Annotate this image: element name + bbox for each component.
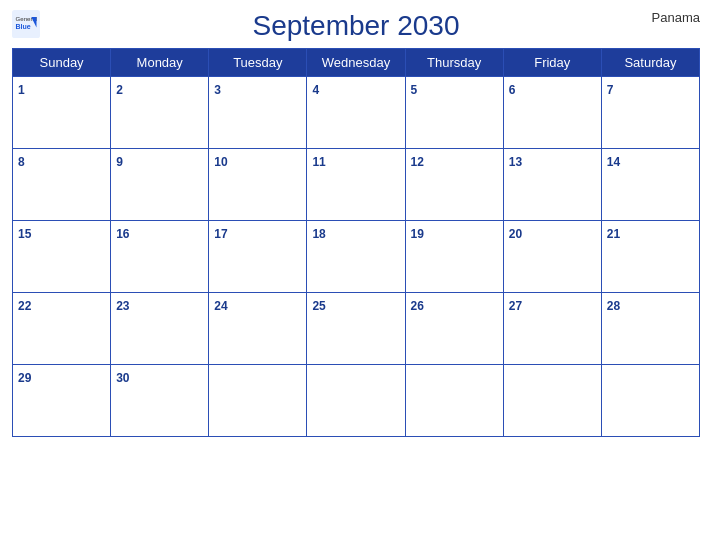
day-cell-14: 14 [601, 149, 699, 221]
week-row-4: 22 23 24 25 26 27 28 [13, 293, 700, 365]
day-cell-2: 2 [111, 77, 209, 149]
header-sunday: Sunday [13, 49, 111, 77]
header-saturday: Saturday [601, 49, 699, 77]
country-label: Panama [652, 10, 700, 25]
day-cell-empty-4 [503, 365, 601, 437]
calendar-title: September 2030 [252, 10, 459, 42]
weekday-header-row: Sunday Monday Tuesday Wednesday Thursday… [13, 49, 700, 77]
week-row-2: 8 9 10 11 12 13 14 [13, 149, 700, 221]
day-cell-27: 27 [503, 293, 601, 365]
week-row-3: 15 16 17 18 19 20 21 [13, 221, 700, 293]
day-cell-3: 3 [209, 77, 307, 149]
day-cell-10: 10 [209, 149, 307, 221]
day-cell-7: 7 [601, 77, 699, 149]
svg-text:Blue: Blue [16, 23, 31, 30]
day-cell-5: 5 [405, 77, 503, 149]
day-cell-21: 21 [601, 221, 699, 293]
day-cell-23: 23 [111, 293, 209, 365]
day-cell-11: 11 [307, 149, 405, 221]
calendar-grid: Sunday Monday Tuesday Wednesday Thursday… [12, 48, 700, 437]
day-cell-20: 20 [503, 221, 601, 293]
calendar-container: General Blue September 2030 Panama Sunda… [0, 0, 712, 550]
day-cell-24: 24 [209, 293, 307, 365]
week-row-1: 1 2 3 4 5 6 7 [13, 77, 700, 149]
day-cell-15: 15 [13, 221, 111, 293]
day-cell-empty-2 [307, 365, 405, 437]
day-cell-30: 30 [111, 365, 209, 437]
day-cell-13: 13 [503, 149, 601, 221]
day-cell-28: 28 [601, 293, 699, 365]
day-cell-6: 6 [503, 77, 601, 149]
day-cell-19: 19 [405, 221, 503, 293]
day-cell-22: 22 [13, 293, 111, 365]
header-tuesday: Tuesday [209, 49, 307, 77]
day-cell-1: 1 [13, 77, 111, 149]
header-friday: Friday [503, 49, 601, 77]
day-cell-18: 18 [307, 221, 405, 293]
week-row-5: 29 30 [13, 365, 700, 437]
day-cell-8: 8 [13, 149, 111, 221]
day-cell-25: 25 [307, 293, 405, 365]
day-cell-empty-1 [209, 365, 307, 437]
day-cell-29: 29 [13, 365, 111, 437]
day-cell-empty-3 [405, 365, 503, 437]
day-cell-16: 16 [111, 221, 209, 293]
day-cell-9: 9 [111, 149, 209, 221]
logo-area: General Blue [12, 10, 40, 38]
day-cell-4: 4 [307, 77, 405, 149]
day-cell-17: 17 [209, 221, 307, 293]
header-thursday: Thursday [405, 49, 503, 77]
day-cell-26: 26 [405, 293, 503, 365]
generalblue-logo-icon: General Blue [12, 10, 40, 38]
header-monday: Monday [111, 49, 209, 77]
calendar-header: General Blue September 2030 Panama [12, 10, 700, 42]
day-cell-empty-5 [601, 365, 699, 437]
day-cell-12: 12 [405, 149, 503, 221]
header-wednesday: Wednesday [307, 49, 405, 77]
